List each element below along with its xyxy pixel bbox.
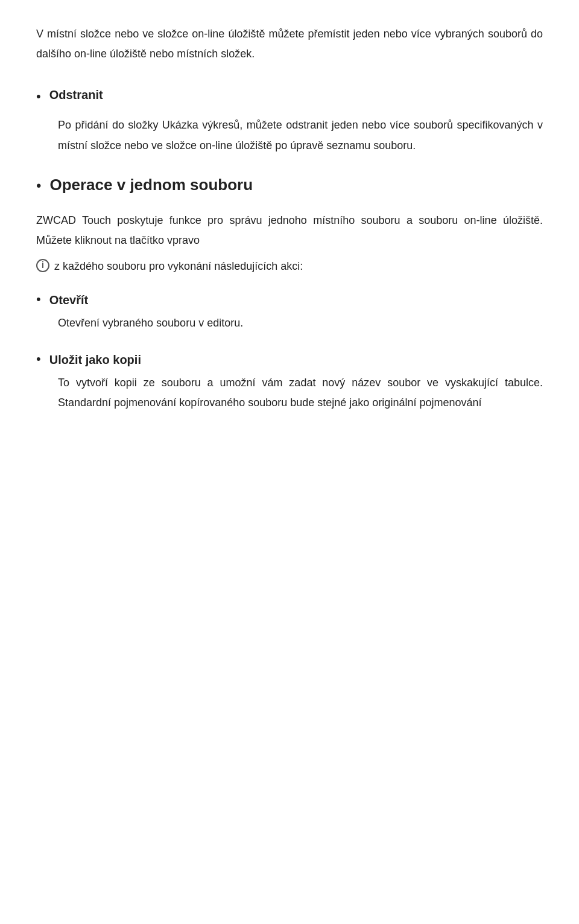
bullet-dot-operace: •	[36, 174, 41, 199]
operace-heading: Operace v jednom souboru	[49, 174, 253, 196]
zwcad-line: ZWCAD Touch poskytuje funkce pro správu …	[36, 211, 543, 251]
ulozit-body: To vytvoří kopii ze souboru a umožní vám…	[58, 373, 543, 413]
odstranit-section: • Odstranit Po přidání do složky Ukázka …	[36, 86, 543, 156]
bullet-dot-ulozit: •	[36, 351, 41, 367]
info-line: i z každého souboru pro vykonání následu…	[36, 256, 543, 276]
bullet-dot-odstranit: •	[36, 88, 41, 106]
operace-heading-row: • Operace v jednom souboru	[36, 174, 543, 199]
otevrit-heading: Otevřít	[49, 292, 88, 308]
page-content: V místní složce nebo ve složce on-line ú…	[36, 24, 543, 413]
ulozit-heading: Uložit jako kopii	[49, 351, 141, 368]
odstranit-heading-row: • Odstranit	[36, 86, 543, 106]
info-icon: i	[36, 259, 49, 272]
bullet-dot-otevrit: •	[36, 292, 41, 307]
otevrit-heading-row: • Otevřít	[36, 292, 543, 308]
operace-section: • Operace v jednom souboru ZWCAD Touch p…	[36, 174, 543, 413]
ulozit-section: • Uložit jako kopii To vytvoří kopii ze …	[36, 351, 543, 413]
otevrit-body: Otevření vybraného souboru v editoru.	[58, 313, 543, 333]
ulozit-heading-row: • Uložit jako kopii	[36, 351, 543, 368]
otevrit-section: • Otevřít Otevření vybraného souboru v e…	[36, 292, 543, 333]
odstranit-heading: Odstranit	[49, 86, 103, 103]
odstranit-body: Po přidání do složky Ukázka výkresů, můž…	[58, 115, 543, 156]
info-text: z každého souboru pro vykonání následují…	[54, 256, 543, 276]
intro-paragraph: V místní složce nebo ve složce on-line ú…	[36, 24, 543, 65]
zwcad-line-text: ZWCAD Touch poskytuje funkce pro správu …	[36, 214, 543, 246]
